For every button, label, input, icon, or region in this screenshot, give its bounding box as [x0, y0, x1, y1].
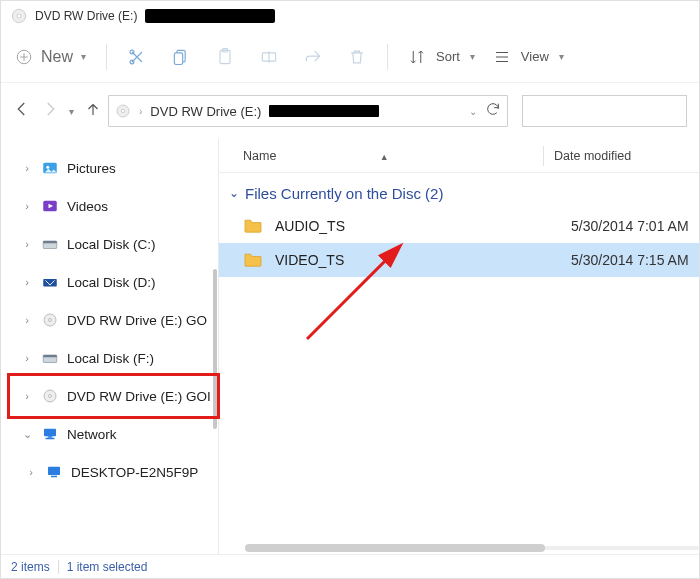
tree-item-label: Pictures — [67, 161, 218, 176]
tree-item[interactable]: ›Local Disk (F:) — [1, 339, 218, 377]
expand-icon[interactable]: › — [21, 162, 33, 174]
expand-icon[interactable]: › — [21, 276, 33, 288]
file-date: 5/30/2014 7:01 AM — [571, 218, 689, 234]
up-button[interactable] — [84, 100, 102, 122]
tree-item-label: Local Disk (F:) — [67, 351, 218, 366]
status-bar: 2 items 1 item selected — [1, 554, 699, 578]
cut-icon[interactable] — [127, 47, 147, 67]
column-headers: Name ▲ Date modified — [219, 139, 699, 173]
recent-locations-button[interactable]: ▾ — [69, 106, 74, 117]
expand-icon[interactable]: › — [21, 352, 33, 364]
new-button[interactable]: New ▾ — [15, 48, 86, 66]
new-label: New — [41, 48, 73, 66]
status-item-count: 2 items — [11, 560, 50, 574]
tree-item[interactable]: ›Local Disk (C:) — [1, 225, 218, 263]
tree-item[interactable]: ›DESKTOP-E2N5F9P — [1, 453, 218, 491]
expand-icon[interactable]: › — [21, 200, 33, 212]
tree-item-label: DVD RW Drive (E:) GO — [67, 313, 218, 328]
status-selection: 1 item selected — [67, 560, 148, 574]
svg-rect-21 — [43, 355, 57, 357]
search-input[interactable] — [522, 95, 687, 127]
plus-circle-icon — [15, 48, 33, 66]
tree-item-current[interactable]: ›DVD RW Drive (E:) GOI — [1, 377, 218, 415]
tree-item[interactable]: ›DVD RW Drive (E:) GO — [1, 301, 218, 339]
view-label: View — [521, 49, 549, 64]
delete-icon[interactable] — [347, 47, 367, 67]
sort-button[interactable]: Sort ▾ — [408, 48, 475, 66]
share-icon[interactable] — [303, 47, 323, 67]
address-history-button[interactable]: ⌄ — [469, 106, 477, 117]
file-row[interactable]: AUDIO_TS5/30/2014 7:01 AM — [219, 209, 699, 243]
svg-rect-28 — [51, 476, 57, 478]
rename-icon[interactable] — [259, 47, 279, 67]
tree-item[interactable]: ›Pictures — [1, 149, 218, 187]
svg-rect-6 — [174, 52, 182, 64]
folder-icon — [243, 217, 265, 235]
expand-icon[interactable]: › — [21, 238, 33, 250]
expand-icon[interactable]: › — [21, 314, 33, 326]
chevron-right-icon[interactable]: › — [139, 106, 142, 117]
tree-item-label: DVD RW Drive (E:) GOI — [67, 389, 218, 404]
tree-item-label: Network — [67, 427, 218, 442]
column-date[interactable]: Date modified — [554, 149, 699, 163]
tree-item-label: Videos — [67, 199, 218, 214]
pc-icon — [45, 463, 63, 481]
redacted-title-suffix — [145, 9, 275, 23]
tree-item-label: Local Disk (C:) — [67, 237, 218, 252]
svg-rect-26 — [46, 438, 55, 440]
view-button[interactable]: View ▾ — [493, 48, 564, 66]
dvd-icon — [41, 387, 59, 405]
expand-icon[interactable]: › — [25, 466, 37, 478]
svg-rect-16 — [43, 241, 57, 243]
scrollbar[interactable] — [213, 269, 217, 429]
window-title: DVD RW Drive (E:) — [35, 9, 137, 23]
breadcrumb[interactable]: DVD RW Drive (E:) — [150, 104, 261, 119]
copy-icon[interactable] — [171, 47, 191, 67]
expand-icon[interactable]: › — [21, 390, 33, 402]
videos-icon — [41, 197, 59, 215]
group-header-label: Files Currently on the Disc (2) — [245, 185, 443, 202]
chevron-down-icon: ▾ — [470, 51, 475, 62]
tree-item-label: DESKTOP-E2N5F9P — [71, 465, 218, 480]
disk-icon — [41, 235, 59, 253]
chevron-down-icon: ▾ — [81, 51, 86, 62]
chevron-down-icon: ⌄ — [229, 186, 239, 200]
address-bar[interactable]: › DVD RW Drive (E:) ⌄ — [108, 95, 508, 127]
refresh-button[interactable] — [485, 101, 501, 121]
title-bar: DVD RW Drive (E:) — [1, 1, 699, 31]
dvd-icon — [41, 311, 59, 329]
tree-item-label: Local Disk (D:) — [67, 275, 218, 290]
navigation-tree: ›Pictures›Videos›Local Disk (C:)›Local D… — [1, 139, 219, 554]
paste-icon[interactable] — [215, 47, 235, 67]
tree-item[interactable]: ⌄Network — [1, 415, 218, 453]
expand-icon[interactable]: ⌄ — [21, 428, 33, 441]
svg-rect-25 — [48, 436, 53, 438]
svg-point-19 — [49, 319, 52, 322]
disk-icon — [41, 349, 59, 367]
svg-rect-27 — [48, 467, 60, 475]
svg-point-1 — [17, 14, 21, 18]
column-name[interactable]: Name ▲ — [243, 149, 543, 163]
tree-item[interactable]: ›Local Disk (D:) — [1, 263, 218, 301]
file-name: AUDIO_TS — [275, 218, 571, 234]
toolbar: New ▾ Sort ▾ View ▾ — [1, 31, 699, 83]
file-date: 5/30/2014 7:15 AM — [571, 252, 689, 268]
folder-icon — [243, 251, 265, 269]
group-header[interactable]: ⌄ Files Currently on the Disc (2) — [219, 177, 699, 209]
horizontal-scrollbar[interactable] — [245, 542, 699, 554]
svg-rect-24 — [44, 429, 56, 437]
column-date-label: Date modified — [554, 149, 631, 163]
pictures-icon — [41, 159, 59, 177]
tree-item[interactable]: ›Videos — [1, 187, 218, 225]
forward-button[interactable] — [41, 100, 59, 122]
file-row[interactable]: VIDEO_TS5/30/2014 7:15 AM — [219, 243, 699, 277]
sort-icon — [408, 48, 426, 66]
back-button[interactable] — [13, 100, 31, 122]
disk-blue-icon — [41, 273, 59, 291]
dvd-icon — [11, 8, 27, 24]
svg-point-23 — [49, 395, 52, 398]
address-row: ▾ › DVD RW Drive (E:) ⌄ — [1, 83, 699, 139]
redacted-path-suffix — [269, 105, 379, 117]
chevron-down-icon: ▾ — [559, 51, 564, 62]
network-icon — [41, 425, 59, 443]
